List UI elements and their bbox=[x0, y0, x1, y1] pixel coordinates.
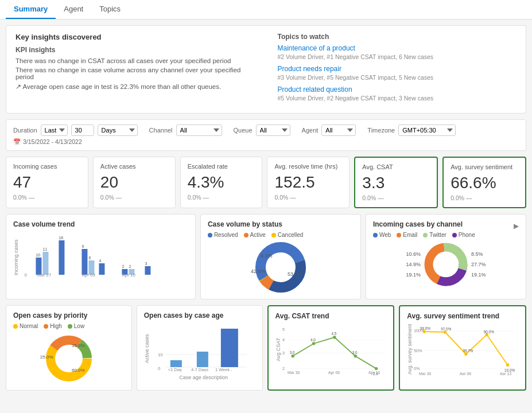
open-cases-priority-card: Open cases by priority Normal High Low bbox=[6, 305, 132, 391]
sentiment-trend-title: Avg. survey sentiment trend bbox=[407, 312, 518, 320]
legend-email: Email bbox=[397, 232, 417, 238]
svg-text:4: 4 bbox=[99, 259, 101, 263]
case-volume-trend-card: Case volume trend Incoming cases 0 bbox=[6, 214, 196, 299]
duration-filter: Duration Last Days bbox=[13, 124, 138, 136]
kpi-avg-sentiment: Avg. survey sentiment 66.6% 0.0% — bbox=[442, 157, 526, 208]
svg-text:6: 6 bbox=[88, 256, 91, 260]
svg-rect-4 bbox=[81, 249, 87, 275]
priority-legend: Normal High Low bbox=[13, 323, 125, 329]
svg-text:60.0%: 60.0% bbox=[72, 368, 85, 373]
svg-text:25.0%: 25.0% bbox=[40, 354, 53, 360]
svg-rect-48 bbox=[221, 329, 238, 367]
kpi-resolve-time: Avg. resolve time (hrs) 152.5 0.0% — bbox=[267, 157, 350, 208]
filters-top: Duration Last Days Channel All Queue All bbox=[13, 124, 519, 136]
kpi-active-title: Active cases bbox=[100, 163, 168, 170]
svg-text:90.0%: 90.0% bbox=[484, 330, 494, 334]
kpi-escalated-title: Escalated rate bbox=[188, 163, 255, 170]
insights-card-title: Key insights discovered bbox=[15, 33, 255, 41]
tab-topics[interactable]: Topics bbox=[91, 0, 129, 19]
svg-rect-9 bbox=[145, 266, 150, 275]
svg-text:0%: 0% bbox=[414, 366, 420, 371]
sentiment-trend-y-label: Avg. survey sentiment bbox=[407, 324, 413, 375]
svg-text:11: 11 bbox=[42, 247, 47, 251]
svg-text:Apr 06: Apr 06 bbox=[460, 372, 471, 375]
svg-point-61 bbox=[312, 342, 314, 345]
duration-preset-select[interactable]: Last bbox=[41, 124, 68, 136]
case-volume-y-label: Incoming cases bbox=[13, 232, 19, 283]
charts-row-1: Case volume trend Incoming cases 0 bbox=[6, 214, 526, 299]
age-title: Open cases by case age bbox=[144, 311, 255, 320]
legend-high: High bbox=[44, 323, 62, 329]
svg-text:4: 4 bbox=[282, 337, 285, 342]
csat-trend-chart: 2 3 4 5 bbox=[282, 324, 387, 375]
legend-phone: Phone bbox=[452, 232, 475, 238]
topic-link-2[interactable]: Product related question bbox=[278, 85, 517, 93]
date-range: 📅3/15/2022 - 4/13/2022 bbox=[13, 138, 519, 146]
svg-text:2: 2 bbox=[282, 366, 285, 371]
svg-text:15.0%: 15.0% bbox=[72, 343, 85, 348]
topics-title: Topics to watch bbox=[278, 33, 517, 41]
kpi-csat-title: Avg. CSAT bbox=[362, 163, 430, 170]
svg-text:4-7 Days: 4-7 Days bbox=[191, 367, 208, 372]
main-content: Key insights discovered KPI insights The… bbox=[0, 20, 532, 402]
kpi-avg-csat: Avg. CSAT 3.3 0.0% — bbox=[354, 157, 438, 208]
legend-web: Web bbox=[373, 232, 391, 238]
status-legend: Resolved Active Cancelled bbox=[208, 232, 354, 238]
topic-link-0[interactable]: Maintenance of a product bbox=[278, 44, 517, 52]
agent-filter: Agent All bbox=[302, 124, 356, 136]
channel-nav-icon[interactable]: ▶ bbox=[514, 222, 519, 230]
tabs-bar: Summary Agent Topics bbox=[0, 0, 532, 20]
kpi-insight-3: ↗ Average open case age in test is 22.3%… bbox=[15, 83, 255, 91]
svg-text:3.0: 3.0 bbox=[289, 350, 294, 354]
topic-sub-1: #3 Volume Driver, #5 Negative CSAT impac… bbox=[278, 74, 517, 81]
duration-unit-select[interactable]: Days bbox=[98, 124, 138, 136]
topic-link-1[interactable]: Product needs repair bbox=[278, 65, 517, 73]
channel-select[interactable]: All bbox=[176, 124, 222, 136]
svg-rect-2 bbox=[42, 252, 48, 275]
kpi-active-value: 20 bbox=[100, 173, 168, 192]
kpi-sentiment-value: 66.6% bbox=[451, 174, 518, 192]
svg-rect-47 bbox=[197, 352, 208, 367]
svg-text:1 Week -: 1 Week - bbox=[215, 367, 232, 372]
timezone-label: Timezone bbox=[367, 127, 395, 134]
timezone-select[interactable]: GMT+05:30 bbox=[398, 124, 456, 136]
legend-normal: Normal bbox=[13, 323, 38, 329]
case-volume-trend-title: Case volume trend bbox=[13, 220, 188, 228]
kpi-insight-1: There was no change in CSAT across all c… bbox=[15, 57, 255, 64]
kpi-active-change: 0.0% — bbox=[100, 194, 168, 201]
legend-active: Active bbox=[244, 232, 266, 238]
case-volume-status-card: Case volume by status Resolved Active Ca… bbox=[200, 214, 361, 299]
queue-select[interactable]: All bbox=[256, 124, 290, 136]
status-donut-chart: 4.3% 42.6% 53.2% bbox=[246, 241, 315, 293]
svg-text:10: 10 bbox=[36, 253, 40, 257]
tab-summary[interactable]: Summary bbox=[6, 0, 56, 19]
svg-point-62 bbox=[333, 336, 336, 338]
timezone-filter: Timezone GMT+05:30 bbox=[367, 124, 456, 136]
incoming-channel-title: Incoming cases by channel bbox=[373, 220, 463, 228]
svg-rect-3 bbox=[59, 240, 64, 275]
channel-pct-right-bot: 19.1% bbox=[471, 270, 486, 280]
svg-text:3.0: 3.0 bbox=[352, 350, 357, 354]
queue-filter: Queue All bbox=[234, 124, 290, 136]
kpi-incoming-cases: Incoming cases 47 0.0% — bbox=[6, 157, 88, 208]
kpi-sentiment-title: Avg. survey sentiment bbox=[451, 163, 518, 170]
kpi-escalated-value: 4.3% bbox=[188, 173, 255, 192]
svg-point-63 bbox=[354, 354, 356, 357]
kpi-insight-2: There was no change in case volume acros… bbox=[15, 67, 255, 80]
svg-text:39.7%: 39.7% bbox=[463, 349, 473, 353]
svg-text:Apr 06: Apr 06 bbox=[328, 371, 339, 375]
queue-label: Queue bbox=[234, 127, 253, 134]
kpi-incoming-change: 0.0% — bbox=[13, 194, 81, 201]
svg-text:Mar 27: Mar 27 bbox=[37, 272, 51, 278]
filters-row: Duration Last Days Channel All Queue All bbox=[6, 119, 526, 151]
tab-agent[interactable]: Agent bbox=[56, 0, 91, 19]
duration-value-input[interactable] bbox=[71, 124, 94, 136]
priority-donut-chart: 25.0% 15.0% 60.0% bbox=[37, 333, 100, 384]
svg-text:0: 0 bbox=[24, 272, 27, 278]
agent-select[interactable]: All bbox=[321, 124, 356, 136]
kpi-resolve-value: 152.5 bbox=[274, 173, 342, 192]
svg-text:18: 18 bbox=[59, 236, 63, 240]
charts-row-2: Open cases by priority Normal High Low bbox=[6, 305, 526, 391]
incoming-by-channel-card: Incoming cases by channel ▶ Web Email Tw… bbox=[366, 214, 526, 299]
kpi-sentiment-change: 0.0% — bbox=[451, 194, 518, 201]
